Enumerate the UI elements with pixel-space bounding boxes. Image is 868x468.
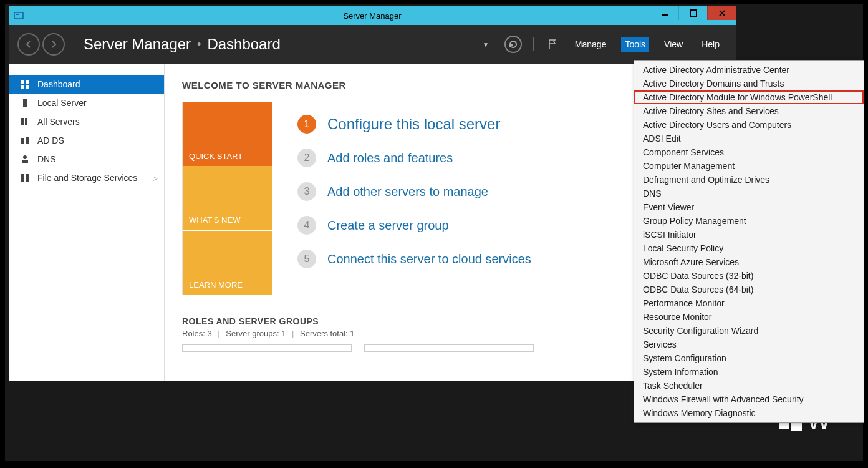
step-text: Add roles and features (327, 151, 453, 165)
sidebar-item-dashboard[interactable]: Dashboard (9, 75, 164, 94)
sidebar-item-label: File and Storage Services (37, 173, 137, 183)
tools-menu-item[interactable]: Resource Monitor (634, 310, 864, 324)
svg-rect-0 (14, 12, 23, 19)
group-tile[interactable] (182, 344, 352, 352)
tools-menu-item[interactable]: Task Scheduler (634, 379, 864, 392)
svg-rect-8 (21, 85, 24, 89)
step-text: Add other servers to manage (327, 185, 488, 199)
tools-menu-item[interactable]: System Configuration (634, 351, 864, 365)
tools-menu-item[interactable]: Event Viewer (634, 200, 864, 214)
sidebar-item-file-storage[interactable]: File and Storage Services ▷ (9, 168, 164, 187)
tile-learn-more[interactable]: LEARN MORE (183, 230, 272, 295)
tools-menu-item[interactable]: Active Directory Module for Windows Powe… (634, 90, 864, 104)
ad-ds-icon (20, 135, 30, 145)
sidebar-item-label: Local Server (37, 98, 87, 108)
flag-icon[interactable] (545, 37, 560, 52)
sidebar-item-local-server[interactable]: Local Server (9, 94, 164, 112)
minimize-button[interactable] (650, 6, 678, 20)
tools-menu-item[interactable]: System Information (634, 365, 864, 379)
header-right: ▼ Manage Tools View Help (478, 36, 723, 53)
menu-help[interactable]: Help (698, 37, 723, 52)
divider (533, 37, 534, 51)
groups-count: Server groups: 1 (226, 329, 286, 338)
tools-menu-item[interactable]: Windows Firewall with Advanced Security (634, 392, 864, 406)
breadcrumb-app: Server Manager (84, 36, 191, 53)
tools-menu-item[interactable]: ODBC Data Sources (32-bit) (634, 269, 864, 283)
tools-menu-item[interactable]: ODBC Data Sources (64-bit) (634, 283, 864, 296)
svg-rect-18 (26, 174, 29, 182)
tools-menu-item[interactable]: Security Configuration Wizard (634, 324, 864, 338)
tools-menu-item[interactable]: Group Policy Management (634, 214, 864, 228)
tools-menu-item[interactable]: Microsoft Azure Services (634, 255, 864, 269)
sidebar-item-label: DNS (37, 154, 56, 164)
svg-rect-6 (21, 80, 24, 84)
sidebar-item-ad-ds[interactable]: AD DS (9, 131, 164, 150)
breadcrumb-separator-icon: • (197, 38, 201, 51)
dns-icon (20, 154, 30, 164)
header-bar: Server Manager • Dashboard ▼ Manage Tool… (9, 25, 736, 64)
tools-menu-item[interactable]: Active Directory Domains and Trusts (634, 77, 864, 90)
group-tile[interactable] (364, 344, 534, 352)
close-button[interactable] (707, 6, 736, 20)
step-number: 4 (297, 216, 316, 235)
separator: | (292, 329, 294, 338)
server-icon (20, 98, 30, 108)
dashboard-icon (20, 79, 30, 89)
tools-menu-item[interactable]: Services (634, 338, 864, 351)
tile-whats-new[interactable]: WHAT'S NEW (183, 166, 272, 230)
tools-dropdown-menu: Active Directory Administrative CenterAc… (634, 60, 864, 423)
tools-menu-item[interactable]: Windows Memory Diagnostic (634, 406, 864, 420)
nav-back-button[interactable] (17, 33, 40, 56)
desktop-frame: Server Manager Server Manager • Dashboar… (4, 2, 864, 462)
svg-rect-10 (23, 99, 27, 107)
tile-label: WHAT'S NEW (189, 215, 240, 225)
sidebar: Dashboard Local Server All Servers AD DS… (9, 64, 165, 384)
nav-forward-button[interactable] (42, 33, 65, 56)
svg-rect-9 (26, 85, 29, 89)
server-manager-window: Server Manager Server Manager • Dashboar… (9, 6, 736, 384)
menu-manage[interactable]: Manage (571, 37, 610, 52)
tools-menu-item[interactable]: Local Security Policy (634, 241, 864, 255)
tile-quick-start[interactable]: QUICK START (183, 102, 272, 166)
step-number: 1 (297, 115, 316, 134)
tools-menu-item[interactable]: Defragment and Optimize Drives (634, 173, 864, 187)
servers-icon (20, 117, 30, 127)
step-text: Connect this server to cloud services (327, 252, 531, 266)
step-number: 3 (297, 182, 316, 201)
tools-menu-item[interactable]: Active Directory Users and Computers (634, 118, 864, 132)
sidebar-item-dns[interactable]: DNS (9, 150, 164, 168)
separator: | (218, 329, 219, 338)
menu-tools[interactable]: Tools (621, 37, 649, 52)
window-body: Dashboard Local Server All Servers AD DS… (9, 64, 736, 384)
svg-rect-13 (21, 138, 24, 144)
refresh-icon[interactable] (504, 36, 522, 53)
titlebar[interactable]: Server Manager (9, 6, 736, 25)
step-text: Create a server group (327, 218, 449, 233)
maximize-button[interactable] (678, 6, 707, 20)
tools-menu-item[interactable]: Performance Monitor (634, 296, 864, 310)
breadcrumb: Server Manager • Dashboard (84, 36, 281, 53)
tools-menu-item[interactable]: iSCSI Initiator (634, 228, 864, 241)
menu-view[interactable]: View (660, 37, 687, 52)
tile-label: LEARN MORE (189, 280, 243, 290)
dropdown-icon[interactable]: ▼ (478, 37, 493, 52)
svg-rect-3 (690, 10, 697, 16)
svg-rect-1 (16, 14, 19, 15)
app-icon (11, 8, 26, 23)
tools-menu-item[interactable]: Computer Management (634, 159, 864, 173)
tile-column: QUICK START WHAT'S NEW LEARN MORE (183, 102, 272, 295)
window-controls (650, 6, 736, 20)
tools-menu-item[interactable]: Active Directory Administrative Center (634, 63, 864, 77)
svg-rect-12 (25, 118, 27, 125)
servers-total: Servers total: 1 (300, 329, 354, 338)
tools-menu-item[interactable]: DNS (634, 187, 864, 200)
tools-menu-item[interactable]: Component Services (634, 145, 864, 159)
roles-count: Roles: 3 (182, 329, 212, 338)
tools-menu-item[interactable]: Active Directory Sites and Services (634, 104, 864, 118)
chevron-right-icon: ▷ (153, 175, 158, 182)
sidebar-item-label: Dashboard (37, 79, 80, 89)
sidebar-item-label: All Servers (37, 117, 80, 127)
svg-rect-16 (22, 160, 28, 163)
sidebar-item-all-servers[interactable]: All Servers (9, 112, 164, 131)
tools-menu-item[interactable]: ADSI Edit (634, 132, 864, 145)
